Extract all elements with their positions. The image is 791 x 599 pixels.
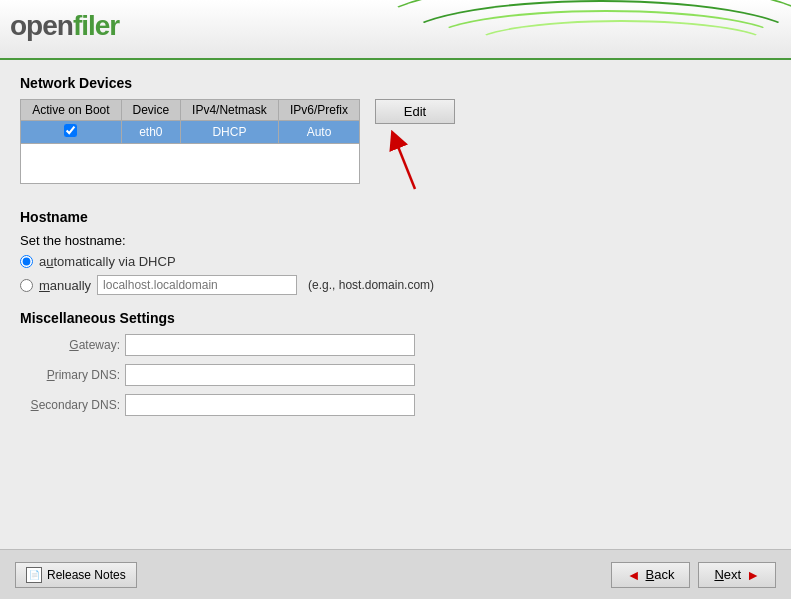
edit-button-container: Edit xyxy=(375,99,455,194)
footer-nav: ◄ Back Next ► xyxy=(611,562,776,588)
hostname-section: Hostname Set the hostname: automatically… xyxy=(20,209,771,295)
g-underline: G xyxy=(69,338,78,352)
table-empty-row xyxy=(21,144,360,184)
p-suffix: rimary DNS: xyxy=(55,368,120,382)
hostname-title: Hostname xyxy=(20,209,771,225)
auto-dhcp-radio[interactable] xyxy=(20,255,33,268)
misc-section: Miscellaneous Settings Gateway: Primary … xyxy=(20,310,771,416)
footer: 📄 Release Notes ◄ Back Next ► xyxy=(0,549,791,599)
col-ipv6: IPv6/Prefix xyxy=(278,100,359,121)
secondary-dns-label: Secondary DNS: xyxy=(20,398,120,412)
network-devices-container: Active on Boot Device IPv4/Netmask IPv6/… xyxy=(20,99,771,194)
logo-filer: filer xyxy=(73,10,119,41)
primary-dns-label: Primary DNS: xyxy=(20,368,120,382)
main-content: Network Devices Active on Boot Device IP… xyxy=(0,60,791,599)
next-arrow-icon: ► xyxy=(746,567,760,583)
col-ipv4: IPv4/Netmask xyxy=(180,100,278,121)
gateway-input[interactable] xyxy=(125,334,415,356)
secondary-dns-input[interactable] xyxy=(125,394,415,416)
svg-line-1 xyxy=(395,139,415,189)
header: openfiler xyxy=(0,0,791,60)
manual-label: manually xyxy=(39,278,91,293)
primary-dns-input[interactable] xyxy=(125,364,415,386)
cell-active xyxy=(21,121,122,144)
m-suffix: anually xyxy=(50,278,91,293)
table-row: eth0 DHCP Auto xyxy=(21,121,360,144)
back-button[interactable]: ◄ Back xyxy=(611,562,691,588)
misc-title: Miscellaneous Settings xyxy=(20,310,771,326)
back-arrow-icon: ◄ xyxy=(627,567,641,583)
gateway-label: Gateway: xyxy=(20,338,120,352)
primary-dns-row: Primary DNS: xyxy=(20,364,771,386)
s-suffix: econdary DNS: xyxy=(39,398,120,412)
next-underline: N xyxy=(714,567,723,582)
release-notes-label: Release Notes xyxy=(47,568,126,582)
cell-device: eth0 xyxy=(121,121,180,144)
logo: openfiler xyxy=(10,10,119,42)
back-underline: B xyxy=(646,567,655,582)
back-suffix: ack xyxy=(654,567,674,582)
edit-arrow-icon xyxy=(385,124,445,194)
header-decoration xyxy=(391,0,791,60)
next-suffix: ext xyxy=(724,567,741,582)
set-hostname-label: Set the hostname: xyxy=(20,233,771,248)
next-label: Next xyxy=(714,567,741,582)
logo-open: open xyxy=(10,10,73,41)
network-devices-title: Network Devices xyxy=(20,75,771,91)
m-underline: m xyxy=(39,278,50,293)
gateway-row: Gateway: xyxy=(20,334,771,356)
cell-ipv6: Auto xyxy=(278,121,359,144)
release-notes-icon: 📄 xyxy=(26,567,42,583)
hostname-hint: (e.g., host.domain.com) xyxy=(308,278,434,292)
cell-ipv4: DHCP xyxy=(180,121,278,144)
g-suffix: ateway: xyxy=(79,338,120,352)
hostname-input[interactable] xyxy=(97,275,297,295)
active-checkbox[interactable] xyxy=(64,124,77,137)
p-underline: P xyxy=(47,368,55,382)
release-notes-button[interactable]: 📄 Release Notes xyxy=(15,562,137,588)
auto-dhcp-row: automatically via DHCP xyxy=(20,254,771,269)
auto-suffix: tomatically via DHCP xyxy=(53,254,175,269)
back-label: Back xyxy=(646,567,675,582)
col-active-on-boot: Active on Boot xyxy=(21,100,122,121)
col-device: Device xyxy=(121,100,180,121)
empty-cell xyxy=(21,144,360,184)
s-underline: S xyxy=(31,398,39,412)
manual-radio[interactable] xyxy=(20,279,33,292)
manual-row: manually (e.g., host.domain.com) xyxy=(20,275,771,295)
auto-dhcp-label: automatically via DHCP xyxy=(39,254,176,269)
edit-button[interactable]: Edit xyxy=(375,99,455,124)
next-button[interactable]: Next ► xyxy=(698,562,776,588)
network-devices-table: Active on Boot Device IPv4/Netmask IPv6/… xyxy=(20,99,360,184)
secondary-dns-row: Secondary DNS: xyxy=(20,394,771,416)
